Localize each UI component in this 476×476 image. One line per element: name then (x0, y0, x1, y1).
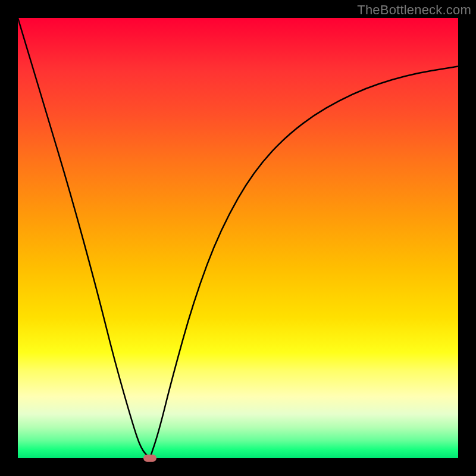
chart-frame: TheBottleneck.com (0, 0, 476, 476)
optimal-marker (143, 455, 156, 462)
bottleneck-curve (18, 18, 458, 458)
attribution-text: TheBottleneck.com (357, 2, 471, 18)
plot-area (18, 18, 458, 458)
curve-right-branch (150, 66, 458, 458)
curve-left-branch (18, 18, 150, 458)
